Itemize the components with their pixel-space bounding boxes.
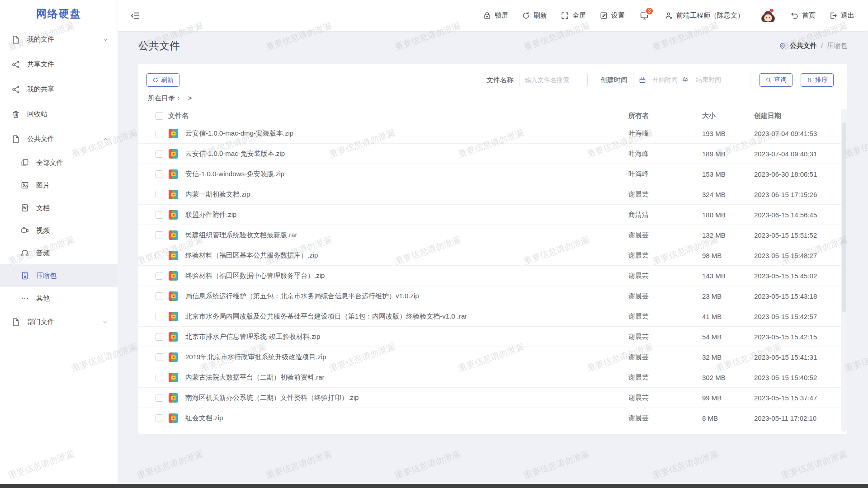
table-row[interactable]: 云安信-1.0.0-mac-免安装版本.zip 叶海峰 189 MB 2023-… (138, 144, 847, 164)
created-time-label: 创建时间 (600, 76, 627, 84)
archive-file-icon (169, 271, 178, 281)
file-name[interactable]: 终验材料（福田区基本公共服务数据库）.zip (185, 251, 628, 260)
sidebar-item-my-shares[interactable]: 我的共享 (0, 77, 118, 102)
sidebar-item-all-files[interactable]: 全部文件 (0, 151, 118, 174)
user-menu[interactable]: 前端工程师（陈思文） (665, 11, 744, 20)
sort-button[interactable]: 排序 (801, 73, 834, 87)
breadcrumb-root[interactable]: 公共文件 (790, 42, 817, 50)
file-name[interactable]: 云安信-1.0.0-mac-dmg-安装版本.zip (185, 129, 628, 138)
row-checkbox[interactable] (156, 130, 163, 137)
table-row[interactable]: 云安信-1.0.0-mac-dmg-安装版本.zip 叶海峰 193 MB 20… (138, 123, 847, 144)
file-size: 32 MB (702, 353, 754, 361)
chevron-up-icon[interactable] (102, 136, 108, 142)
file-size: 180 MB (702, 211, 754, 219)
file-name[interactable]: 联盟办件附件.zip (185, 211, 628, 219)
filename-search-input[interactable] (519, 73, 588, 87)
row-checkbox[interactable] (156, 231, 163, 239)
file-name[interactable]: 北京市水务局内网改版及公共服务基础平台建设项目（第1包：内网改版）终验验文档-v… (185, 312, 628, 321)
sidebar-item-others[interactable]: 其他 (0, 287, 118, 310)
table-row[interactable]: 南海区机关新办公系统（二期）文件资料（终验打印）.zip 谢晨芸 99 MB 2… (138, 388, 847, 408)
archive-file-icon (169, 149, 178, 159)
row-checkbox[interactable] (156, 292, 163, 300)
table-row[interactable]: 局信息系统运行维护（第五包：北京市水务局综合信息平台运行维护）v1.0.zip … (138, 286, 847, 306)
row-checkbox[interactable] (156, 150, 163, 158)
logout-button[interactable]: 退出 (829, 11, 854, 20)
document-icon (20, 203, 29, 212)
sidebar-item-my-files[interactable]: 我的文件 (0, 27, 118, 52)
file-name[interactable]: 南海区机关新办公系统（二期）文件资料（终验打印）.zip (185, 394, 628, 402)
notification-icon[interactable]: 3 (639, 11, 649, 21)
file-name[interactable]: 内蒙一期初验文档.zip (185, 190, 628, 199)
table-row[interactable]: 2019年北京市水行政审批系统升级改造项目.zip 谢晨芸 32 MB 2023… (138, 347, 847, 367)
table-row[interactable]: 北京市水务局内网改版及公共服务基础平台建设项目（第1包：内网改版）终验验文档-v… (138, 306, 847, 327)
table-row[interactable]: 内蒙古法院大数据平台（二期）初验前资料.rar 谢晨芸 302 MB 2023-… (138, 367, 847, 388)
fullscreen-button[interactable]: 全屏 (561, 11, 586, 20)
table-row[interactable]: 安信-1.0.0-windows-免安装版.zip 叶海峰 153 MB 202… (138, 164, 847, 184)
file-name[interactable]: 安信-1.0.0-windows-免安装版.zip (185, 170, 628, 178)
sidebar-item-documents[interactable]: 文档 (0, 197, 118, 219)
row-checkbox[interactable] (156, 252, 163, 259)
file-owner: 谢晨芸 (628, 272, 702, 280)
date-range-picker[interactable]: 开始时间 至 结束时间 (633, 73, 751, 87)
file-name[interactable]: 云安信-1.0.0-mac-免安装版本.zip (185, 150, 628, 158)
file-name[interactable]: 北京市排水户信息管理系统-竣工验收材料.zip (185, 333, 628, 341)
chevron-down-icon[interactable] (102, 37, 108, 43)
query-button[interactable]: 查询 (760, 73, 793, 87)
row-checkbox[interactable] (156, 313, 163, 320)
file-name[interactable]: 2019年北京市水行政审批系统升级改造项目.zip (185, 353, 628, 361)
table-row[interactable]: 终验材料（福田区基本公共服务数据库）.zip 谢晨芸 98 MB 2023-05… (138, 245, 847, 266)
file-size: 98 MB (702, 252, 754, 259)
row-checkbox[interactable] (156, 170, 163, 178)
file-size: 143 MB (702, 272, 754, 280)
directory-arrow: > (188, 94, 192, 102)
table-row[interactable]: 红会文档.zip 谢晨芸 8 MB 2023-05-11 17:02:10 (138, 408, 847, 428)
sidebar-item-dept-files[interactable]: 部门文件 (0, 310, 118, 334)
sidebar-item-archives[interactable]: 压缩包 (0, 264, 118, 287)
fullscreen-label: 全屏 (572, 11, 586, 20)
watermark: 重要信息请勿泄漏 (393, 448, 462, 482)
table-row[interactable]: 终验材料（福田区数据中心管理服务平台）.zip 谢晨芸 143 MB 2023-… (138, 266, 847, 286)
file-name[interactable]: 终验材料（福田区数据中心管理服务平台）.zip (185, 272, 628, 280)
row-checkbox[interactable] (156, 353, 163, 361)
edit-square-icon (599, 11, 608, 20)
row-checkbox[interactable] (156, 333, 163, 341)
sidebar-item-shared-files[interactable]: 共享文件 (0, 52, 118, 77)
end-time-placeholder: 结束时间 (696, 76, 721, 84)
sidebar-item-label: 压缩包 (36, 272, 57, 280)
lock-screen-button[interactable]: 锁屏 (483, 11, 508, 20)
sidebar-item-videos[interactable]: 视频 (0, 219, 118, 242)
sort-arrows-icon (807, 77, 813, 83)
table-row[interactable]: 民建组织管理系统验收文档最新版.rar 谢晨芸 132 MB 2023-05-1… (138, 225, 847, 245)
file-name[interactable]: 局信息系统运行维护（第五包：北京市水务局综合信息平台运行维护）v1.0.zip (185, 292, 628, 300)
select-all-checkbox[interactable] (156, 112, 163, 120)
range-separator: 至 (682, 76, 689, 84)
sidebar-item-public-files[interactable]: 公共文件 (0, 127, 118, 151)
row-checkbox[interactable] (156, 272, 163, 280)
row-checkbox[interactable] (156, 191, 163, 198)
refresh-list-button[interactable]: 刷新 (146, 73, 179, 87)
row-checkbox[interactable] (156, 374, 163, 381)
row-checkbox[interactable] (156, 394, 163, 402)
sidebar-item-audio[interactable]: 音频 (0, 242, 118, 264)
sidebar-item-label: 图片 (36, 181, 50, 190)
sidebar-item-recycle-bin[interactable]: 回收站 (0, 102, 118, 127)
row-checkbox[interactable] (156, 211, 163, 219)
sidebar-item-images[interactable]: 图片 (0, 174, 118, 197)
file-name[interactable]: 民建组织管理系统验收文档最新版.rar (185, 231, 628, 239)
file-owner: 谢晨芸 (628, 190, 702, 199)
scrollbar[interactable] (841, 109, 847, 432)
settings-button[interactable]: 设置 (599, 11, 625, 20)
file-name[interactable]: 红会文档.zip (185, 414, 628, 422)
file-name[interactable]: 内蒙古法院大数据平台（二期）初验前资料.rar (185, 373, 628, 382)
refresh-button[interactable]: 刷新 (522, 11, 547, 20)
archive-file-icon (169, 373, 178, 382)
collapse-sidebar-icon[interactable] (130, 11, 140, 21)
row-checkbox[interactable] (156, 414, 163, 422)
avatar[interactable] (760, 7, 777, 24)
table-row[interactable]: 内蒙一期初验文档.zip 谢晨芸 324 MB 2023-06-15 17:15… (138, 184, 847, 205)
chevron-down-icon[interactable] (102, 319, 108, 325)
table-row[interactable]: 联盟办件附件.zip 商清清 180 MB 2023-06-15 14:56:4… (138, 205, 847, 225)
table-row[interactable]: 北京市排水户信息管理系统-竣工验收材料.zip 谢晨芸 54 MB 2023-0… (138, 327, 847, 347)
scrollbar-thumb[interactable] (842, 122, 846, 312)
home-button[interactable]: 首页 (790, 11, 816, 20)
